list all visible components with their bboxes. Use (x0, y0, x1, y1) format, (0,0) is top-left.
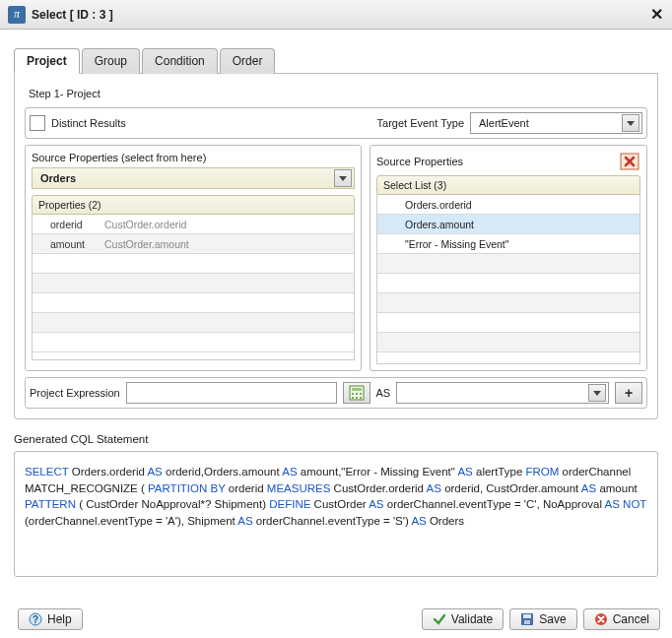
project-expression-label: Project Expression (30, 387, 120, 399)
table-row[interactable]: orderid CustOrder.orderid (33, 215, 354, 234)
tab-order[interactable]: Order (220, 48, 276, 74)
step-label: Step 1- Project (29, 88, 647, 99)
help-label: Help (47, 612, 72, 626)
list-item (377, 254, 639, 274)
table-row (33, 274, 354, 293)
list-item (377, 293, 639, 313)
cancel-button[interactable]: Cancel (583, 608, 660, 630)
svg-rect-8 (360, 397, 362, 399)
help-icon: ? (29, 612, 42, 626)
top-row: Distinct Results Target Event Type Alert… (25, 107, 647, 139)
svg-rect-6 (352, 397, 354, 399)
source-dropdown[interactable]: Orders (32, 167, 355, 189)
select-list-subheader: Select List (3) (376, 175, 640, 195)
property-desc: CustOrder.amount (104, 238, 189, 250)
project-expression-input[interactable] (126, 382, 337, 404)
validate-button[interactable]: Validate (422, 608, 504, 630)
distinct-label: Distinct Results (51, 117, 126, 129)
save-button[interactable]: Save (509, 608, 576, 630)
as-select[interactable] (396, 382, 609, 404)
help-button[interactable]: ? Help (18, 608, 83, 630)
list-item[interactable]: "Error - Missing Event" (377, 234, 639, 254)
list-item (377, 313, 639, 333)
property-name: amount (50, 238, 104, 250)
svg-rect-7 (356, 397, 358, 399)
tab-project[interactable]: Project (14, 48, 80, 74)
list-item[interactable]: Orders.amount (377, 215, 639, 234)
cancel-icon (594, 612, 608, 626)
properties-panel-header: Properties (2) (32, 195, 355, 215)
delete-button[interactable] (619, 152, 640, 171)
cancel-label: Cancel (613, 612, 649, 626)
footer-bar: ? Help Validate Save Cancel (12, 608, 660, 630)
tab-bar: Project Group Condition Order (14, 47, 658, 74)
source-properties-panel: Source Properties (select from here) Ord… (25, 145, 362, 371)
validate-label: Validate (451, 612, 493, 626)
properties-grid[interactable]: orderid CustOrder.orderid amount CustOrd… (32, 215, 355, 360)
tab-panel-project: Step 1- Project Distinct Results Target … (14, 74, 658, 419)
property-name: orderid (50, 219, 104, 230)
generated-cql-label: Generated CQL Statement (14, 433, 658, 445)
table-row (33, 333, 354, 352)
svg-rect-12 (523, 614, 531, 618)
select-list-panel: Source Properties Select List (3) Orders… (370, 145, 647, 371)
select-list-header-text: Source Properties (376, 156, 463, 167)
expression-builder-button[interactable] (343, 382, 370, 404)
target-event-type-label: Target Event Type (377, 117, 464, 129)
table-row[interactable]: amount CustOrder.amount (33, 234, 354, 254)
svg-rect-3 (352, 393, 354, 395)
target-event-type-select[interactable]: AlertEvent (470, 112, 642, 134)
list-item (377, 274, 639, 293)
select-list-header: Source Properties (376, 152, 640, 171)
svg-rect-4 (356, 393, 358, 395)
list-item (377, 333, 639, 352)
chevron-down-icon (622, 114, 639, 132)
plus-icon: + (625, 385, 633, 401)
svg-rect-5 (360, 393, 362, 395)
save-label: Save (539, 612, 566, 626)
disk-icon (520, 612, 534, 626)
pi-icon: π (8, 6, 26, 24)
table-row (33, 254, 354, 274)
chevron-down-icon (334, 169, 352, 187)
calculator-icon (349, 385, 365, 401)
svg-text:?: ? (33, 614, 38, 625)
svg-rect-2 (352, 388, 362, 391)
dialog-title: Select [ ID : 3 ] (32, 8, 648, 22)
close-icon[interactable]: ✕ (648, 5, 664, 24)
target-event-type-value: AlertEvent (479, 117, 529, 129)
chevron-down-icon (588, 384, 606, 402)
table-row (33, 293, 354, 313)
select-list-grid[interactable]: Orders.orderid Orders.amount "Error - Mi… (376, 195, 640, 364)
table-row (33, 313, 354, 333)
generated-cql-output: SELECT Orders.orderid AS orderid,Orders.… (14, 451, 658, 577)
tab-group[interactable]: Group (82, 48, 140, 74)
property-desc: CustOrder.orderid (104, 219, 186, 230)
source-properties-header: Source Properties (select from here) (32, 152, 355, 163)
distinct-checkbox[interactable] (30, 115, 45, 131)
title-bar: π Select [ ID : 3 ] ✕ (0, 0, 672, 30)
as-label: AS (376, 387, 391, 399)
delete-x-icon (619, 152, 640, 171)
tab-condition[interactable]: Condition (142, 48, 218, 74)
svg-rect-13 (524, 620, 530, 624)
list-item[interactable]: Orders.orderid (377, 195, 639, 215)
add-button[interactable]: + (615, 382, 642, 404)
project-expression-row: Project Expression AS + (25, 377, 647, 409)
check-icon (433, 612, 446, 626)
source-dropdown-value: Orders (40, 172, 76, 184)
